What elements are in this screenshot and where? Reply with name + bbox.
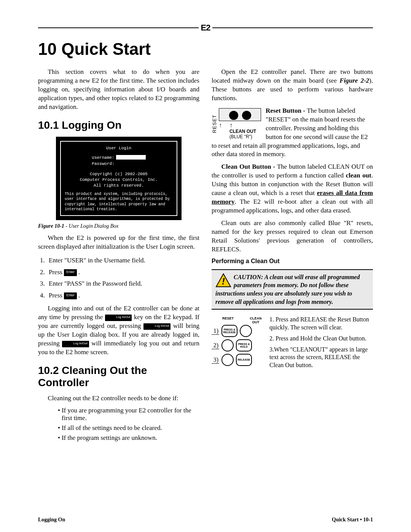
cleanout-sublabel: (BLUE "R") bbox=[229, 134, 256, 139]
page-footer: Logging On Quick Start • 10-1 bbox=[38, 517, 373, 523]
loginout-key-icon: Log In/Out bbox=[62, 341, 89, 347]
login-username-row: Username: bbox=[64, 155, 174, 161]
co-num-2: 2) bbox=[212, 342, 219, 349]
enter-key-icon: Enter bbox=[64, 292, 77, 299]
cleanout-arrow-icon: ↑ bbox=[229, 122, 256, 129]
chapter-title: 10 Quick Start bbox=[38, 40, 373, 59]
clean-p1c: . The E2 will re-boot after a clean out … bbox=[212, 198, 373, 214]
login-username-label: Username: bbox=[92, 155, 114, 161]
login-screenshot: User Login Username: Password: Copyright… bbox=[56, 137, 182, 220]
header-rule: E2 bbox=[38, 23, 373, 33]
co-btn-blank-2 bbox=[221, 339, 234, 351]
loginout-key-icon: Log In/Out bbox=[105, 315, 132, 321]
login-password-label: Password: bbox=[92, 161, 114, 167]
login-step-1: Enter "USER" in the Username field. bbox=[46, 255, 199, 266]
login-username-field bbox=[116, 155, 146, 160]
cleanout-steps-block: RESET CLEAN OUT 1) PRESS & RELEASE 2) PR… bbox=[212, 316, 373, 372]
footer-right: Quick Start • 10-1 bbox=[332, 517, 373, 523]
figure-login: User Login Username: Password: Copyright… bbox=[56, 137, 182, 220]
two-columns: This section covers what to do when you … bbox=[38, 68, 373, 445]
login-copyright-3: All rights reserved. bbox=[64, 183, 174, 189]
cleanout-bullets: If you are programming your E2 controlle… bbox=[58, 407, 199, 442]
caution-box: ! CAUTION: A clean out will erase all pr… bbox=[212, 269, 373, 310]
co-btn-release: RELEASE bbox=[236, 354, 252, 366]
footer-left: Logging On bbox=[38, 517, 65, 523]
cleanout-step-diagram: RESET CLEAN OUT 1) PRESS & RELEASE 2) PR… bbox=[212, 316, 265, 368]
cleanout-bullet-1: If you are programming your E2 controlle… bbox=[58, 407, 199, 422]
reset-diagram-text: ↑ CLEAN OUT (BLUE "R") bbox=[223, 122, 256, 139]
login-step-4: Press Enter . bbox=[46, 290, 199, 301]
cleanout-dot-icon bbox=[242, 111, 251, 120]
co-btn-blank-3 bbox=[221, 354, 234, 366]
reset-vertical-label: RESET bbox=[212, 115, 217, 133]
co-btn-press-release: PRESS & RELEASE bbox=[221, 325, 237, 337]
reset-block: RESET ↑ ↑ CLEAN OUT ( bbox=[212, 107, 373, 163]
caution-text: CAUTION: A clean out will erase all prog… bbox=[215, 274, 360, 305]
login-step-3: Enter "PASS" in the Password field. bbox=[46, 278, 199, 289]
cleanout-bullet-2: If all of the settings need to be cleare… bbox=[58, 424, 199, 432]
login-password-blank bbox=[116, 161, 146, 166]
enter-key-icon: Enter bbox=[64, 269, 77, 276]
co-head-reset: RESET bbox=[222, 316, 234, 324]
co-row-1: 1) PRESS & RELEASE bbox=[212, 325, 265, 337]
co-row-3: 3) RELEASE bbox=[212, 354, 265, 366]
cleanout-bullet-3: If the program settings are unknown. bbox=[58, 434, 199, 442]
login-copyright-2: Computer Process Controls, Inc. bbox=[64, 177, 174, 183]
login-copyright-1: Copyright (c) 2002-2005 bbox=[64, 171, 174, 177]
figure-10-1-num: Figure 10-1 bbox=[38, 223, 64, 229]
login-steps: Enter "USER" in the Username field. Pres… bbox=[46, 255, 199, 302]
loginout-key-icon: Log In/Out bbox=[143, 323, 170, 330]
clean-head: Clean Out Button - bbox=[221, 163, 277, 170]
reset-head: Reset Button - bbox=[266, 107, 307, 114]
login-step-2: Press Enter . bbox=[46, 267, 199, 278]
section-10-1-title: 10.1 Logging On bbox=[38, 119, 199, 131]
column-right: Open the E2 controller panel. There are … bbox=[212, 68, 373, 445]
page: E2 10 Quick Start This section covers wh… bbox=[0, 0, 411, 532]
co-row-2: 2) PRESS & HOLD bbox=[212, 339, 265, 351]
reset-diagram-labels: ↑ ↑ CLEAN OUT (BLUE "R") bbox=[219, 122, 261, 139]
login-password-row: Password: bbox=[64, 161, 174, 167]
blue-r-para: Clean outs are also commonly called Blue… bbox=[212, 219, 373, 254]
reset-diagram-right: ↑ ↑ CLEAN OUT (BLUE "R") bbox=[219, 108, 261, 139]
login-title: User Login bbox=[64, 145, 174, 151]
co-diagram-head: RESET CLEAN OUT bbox=[212, 316, 265, 325]
warning-triangle-icon: ! bbox=[215, 273, 231, 288]
section-10-2-title: 10.2 Cleaning Out the Controller bbox=[38, 364, 199, 389]
header-logo: E2 bbox=[199, 23, 213, 33]
login-legal: This product and system, including proto… bbox=[64, 192, 174, 212]
open-panel-para: Open the E2 controller panel. There are … bbox=[212, 68, 373, 103]
co-num-3: 3) bbox=[212, 356, 219, 364]
reset-button-box bbox=[219, 108, 261, 121]
login-para-1: When the E2 is powered up for the first … bbox=[38, 234, 199, 251]
intro-paragraph: This section covers what to do when you … bbox=[38, 68, 199, 112]
figure-10-1-text: - User Login Dialog Box bbox=[64, 223, 119, 229]
rule-right bbox=[212, 27, 373, 28]
reset-arrow-icon: ↑ bbox=[219, 122, 222, 129]
rule-left bbox=[38, 27, 199, 28]
cleanout-label: CLEAN OUT bbox=[229, 129, 256, 134]
login-para-2: Logging into and out of the E2 controlle… bbox=[38, 304, 199, 357]
cleanout-lead: Cleaning out the E2 controller needs to … bbox=[38, 394, 199, 403]
clean-bold1: clean out bbox=[346, 172, 371, 179]
co-head-clean: CLEAN OUT bbox=[248, 316, 263, 324]
svg-text:!: ! bbox=[222, 276, 225, 286]
figure-10-1-caption: Figure 10-1 - User Login Dialog Box bbox=[38, 223, 199, 229]
co-btn-blank-1 bbox=[240, 325, 252, 337]
co-num-1: 1) bbox=[212, 328, 219, 335]
column-left: This section covers what to do when you … bbox=[38, 68, 199, 445]
login-step-4-text: Press bbox=[49, 292, 64, 299]
reset-diagram: RESET ↑ ↑ CLEAN OUT ( bbox=[212, 108, 261, 139]
reset-diagram-inner: RESET ↑ ↑ CLEAN OUT ( bbox=[212, 108, 261, 139]
login-dialog: User Login Username: Password: Copyright… bbox=[60, 141, 177, 216]
co-btn-press-hold: PRESS & HOLD bbox=[236, 339, 252, 351]
reset-dot-icon bbox=[229, 111, 238, 120]
cleanout-button-para: Clean Out Button - The button labeled CL… bbox=[212, 163, 373, 215]
performing-cleanout-title: Performing a Clean Out bbox=[212, 258, 373, 265]
open-ref: Figure 2-2 bbox=[339, 77, 369, 84]
login-step-2-text: Press bbox=[49, 268, 64, 276]
